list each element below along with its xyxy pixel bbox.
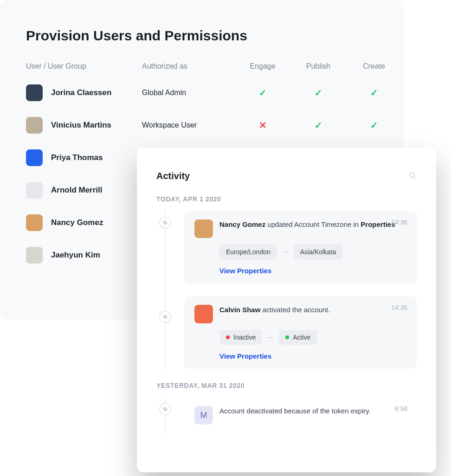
search-icon[interactable]: [408, 171, 417, 181]
svg-line-1: [414, 177, 415, 178]
tag-icon: [159, 217, 171, 229]
avatar: [26, 84, 43, 101]
perm-create-check-icon: ✓: [370, 88, 378, 98]
avatar: [194, 305, 213, 323]
activity-title: Activity: [156, 171, 190, 181]
chip-to: Asia/Kolkata: [294, 244, 343, 259]
activity-text: Account deactivated because of the token…: [219, 406, 406, 417]
svg-point-0: [410, 173, 415, 178]
col-publish: Publish: [290, 62, 346, 71]
chip-to: Active: [279, 330, 317, 345]
activity-timeline: 14:36 Nancy Gomez updated Account Timezo…: [156, 211, 417, 369]
activity-entry[interactable]: 14:36 Nancy Gomez updated Account Timezo…: [184, 211, 417, 283]
avatar: [26, 117, 43, 134]
col-engage: Engage: [235, 62, 290, 71]
avatar: M: [194, 406, 213, 425]
col-user: User / User Group: [26, 62, 142, 71]
chip-from: Europe/London: [219, 244, 277, 259]
col-create: Create: [346, 62, 402, 71]
activity-date-header: TODAY, APR 1 2020: [156, 195, 417, 203]
perm-engage-cross-icon: ✕: [259, 120, 267, 130]
view-properties-link[interactable]: View Properties: [219, 352, 271, 360]
perm-publish-check-icon: ✓: [315, 120, 322, 130]
timeline-line: [165, 211, 166, 369]
activity-text: Calvin Shaw activated the account.: [219, 305, 406, 315]
tag-icon: [159, 403, 171, 415]
user-name: Arnold Merrill: [51, 186, 103, 195]
tag-icon: [159, 311, 171, 323]
table-row[interactable]: Vinicius Martins Workspace User ✕ ✓ ✓: [26, 117, 378, 134]
activity-entry[interactable]: 6:58 M Account deactivated because of th…: [184, 398, 417, 433]
provision-header-row: User / User Group Authorized as Engage P…: [26, 62, 378, 71]
user-role: Workspace User: [142, 121, 235, 129]
status-dot-red-icon: [226, 335, 230, 339]
provision-title: Provision Users and Permissions: [26, 28, 378, 44]
perm-publish-check-icon: ✓: [315, 88, 322, 98]
user-name: Jorina Claessen: [51, 88, 111, 97]
arrow-right-icon: →: [267, 333, 274, 341]
col-auth: Authorized as: [142, 62, 235, 71]
activity-time: 14:36: [391, 304, 407, 311]
activity-time: 14:36: [391, 219, 407, 226]
view-properties-link[interactable]: View Properties: [219, 267, 271, 275]
avatar: [26, 149, 43, 166]
activity-date-header: YESTERDAY, MAR 31 2020: [156, 382, 417, 389]
activity-actor: Nancy Gomez: [219, 220, 265, 228]
activity-actor: Calvin Shaw: [219, 306, 260, 314]
avatar: [26, 182, 43, 199]
avatar: [26, 214, 43, 231]
perm-create-check-icon: ✓: [370, 120, 378, 130]
user-role: Global Admin: [142, 89, 235, 97]
activity-time: 6:58: [395, 405, 407, 412]
perm-engage-check-icon: ✓: [259, 88, 267, 98]
status-dot-green-icon: [285, 335, 289, 339]
table-row[interactable]: Jorina Claessen Global Admin ✓ ✓ ✓: [26, 84, 378, 101]
activity-timeline: 6:58 M Account deactivated because of th…: [156, 398, 417, 433]
chip-from: Inactive: [219, 330, 262, 345]
activity-text: Nancy Gomez updated Account Timezone in …: [219, 219, 406, 230]
user-name: Jaehyun Kim: [51, 251, 100, 260]
activity-panel: Activity TODAY, APR 1 2020 14:36 Nancy G…: [137, 148, 436, 472]
arrow-right-icon: →: [282, 248, 289, 256]
activity-entry[interactable]: 14:36 Calvin Shaw activated the account.…: [184, 296, 417, 369]
user-name: Vinicius Martins: [51, 121, 111, 130]
user-name: Nancy Gomez: [51, 218, 103, 227]
avatar: [194, 219, 213, 238]
avatar: [26, 247, 43, 264]
user-name: Priya Thomas: [51, 153, 103, 162]
